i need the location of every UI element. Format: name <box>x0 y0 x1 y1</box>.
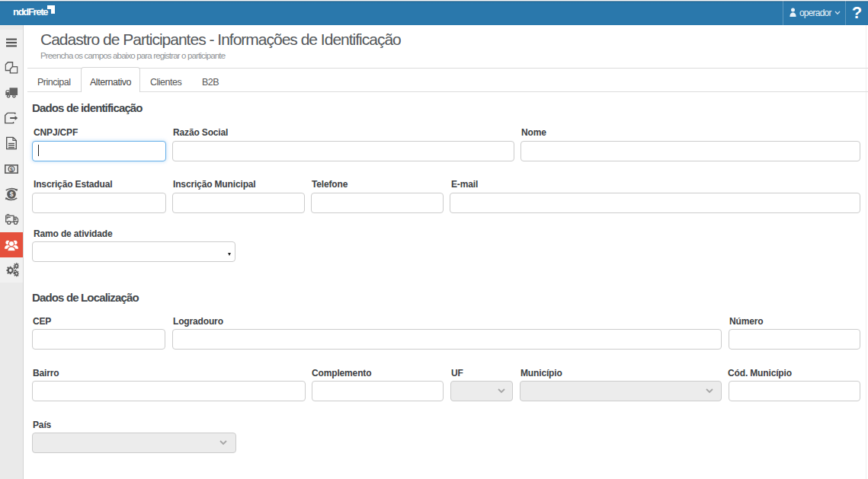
svg-text:$: $ <box>10 190 14 198</box>
